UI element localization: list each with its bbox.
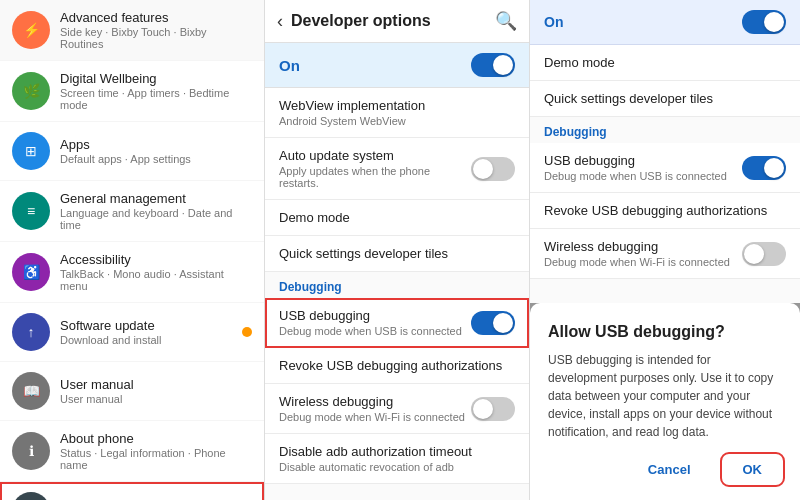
- wireless-debugging-subtitle: Debug mode when Wi-Fi is connected: [279, 411, 465, 423]
- quick-settings-p3-title: Quick settings developer tiles: [544, 91, 713, 106]
- p3-section-debugging-label-p3: Debugging: [530, 117, 800, 143]
- general-management-title: General management: [60, 191, 252, 206]
- digital-wellbeing-title: Digital Wellbeing: [60, 71, 252, 86]
- dev-item-quick-settings[interactable]: Quick settings developer tiles: [265, 236, 529, 272]
- demo-mode-title: Demo mode: [279, 210, 350, 225]
- about-phone-subtitle: Status · Legal information · Phone name: [60, 447, 252, 471]
- dialog-title: Allow USB debugging?: [548, 323, 782, 341]
- user-manual-icon: 📖: [12, 372, 50, 410]
- user-manual-title: User manual: [60, 377, 252, 392]
- dev-item-auto-update[interactable]: Auto update systemApply updates when the…: [265, 138, 529, 200]
- wireless-debugging-p3-toggle[interactable]: [742, 242, 786, 266]
- panel3: On Demo modeQuick settings developer til…: [530, 0, 800, 500]
- disable-adb-title: Disable adb authorization timeout: [279, 444, 472, 459]
- apps-icon: ⊞: [12, 132, 50, 170]
- back-button[interactable]: ‹: [277, 11, 283, 32]
- panel3-on-toggle[interactable]: [742, 10, 786, 34]
- user-manual-subtitle: User manual: [60, 393, 252, 405]
- advanced-features-title: Advanced features: [60, 10, 252, 25]
- auto-update-subtitle: Apply updates when the phone restarts.: [279, 165, 471, 189]
- webview-subtitle: Android System WebView: [279, 115, 425, 127]
- accessibility-icon: ♿: [12, 253, 50, 291]
- dialog-body: USB debugging is intended for developmen…: [548, 351, 782, 441]
- search-icon[interactable]: 🔍: [495, 10, 517, 32]
- sidebar-item-general-management[interactable]: ≡General managementLanguage and keyboard…: [0, 181, 264, 242]
- notification-badge: [242, 327, 252, 337]
- advanced-features-icon: ⚡: [12, 11, 50, 49]
- sidebar-item-software-update[interactable]: ↑Software updateDownload and install: [0, 303, 264, 362]
- dialog-ok-button[interactable]: OK: [723, 455, 783, 484]
- revoke-usb-title: Revoke USB debugging authorizations: [279, 358, 502, 373]
- section-debugging-label: Debugging: [265, 272, 529, 298]
- panel3-on-label: On: [544, 14, 563, 30]
- advanced-features-subtitle: Side key · Bixby Touch · Bixby Routines: [60, 26, 252, 50]
- software-update-icon: ↑: [12, 313, 50, 351]
- dev-item-demo-mode[interactable]: Demo mode: [265, 200, 529, 236]
- apps-subtitle: Default apps · App settings: [60, 153, 252, 165]
- disable-adb-subtitle: Disable automatic revocation of adb: [279, 461, 472, 473]
- usb-debugging-p3-toggle[interactable]: [742, 156, 786, 180]
- wireless-debugging-title: Wireless debugging: [279, 394, 465, 409]
- demo-mode-p3-title: Demo mode: [544, 55, 615, 70]
- p3-item-revoke-usb-p3[interactable]: Revoke USB debugging authorizations: [530, 193, 800, 229]
- sidebar-item-advanced-features[interactable]: ⚡Advanced featuresSide key · Bixby Touch…: [0, 0, 264, 61]
- dialog-cancel-button[interactable]: Cancel: [628, 455, 711, 484]
- usb-dialog: Allow USB debugging? USB debugging is in…: [530, 303, 800, 500]
- digital-wellbeing-subtitle: Screen time · App timers · Bedtime mode: [60, 87, 252, 111]
- sidebar-item-accessibility[interactable]: ♿AccessibilityTalkBack · Mono audio · As…: [0, 242, 264, 303]
- software-update-title: Software update: [60, 318, 238, 333]
- dev-item-usb-debugging[interactable]: USB debuggingDebug mode when USB is conn…: [265, 298, 529, 348]
- general-management-icon: ≡: [12, 192, 50, 230]
- revoke-usb-p3-title: Revoke USB debugging authorizations: [544, 203, 767, 218]
- developer-options-icon: { }: [12, 492, 50, 500]
- dev-item-wireless-debugging[interactable]: Wireless debuggingDebug mode when Wi-Fi …: [265, 384, 529, 434]
- digital-wellbeing-icon: 🌿: [12, 72, 50, 110]
- p3-item-usb-debugging-p3[interactable]: USB debuggingDebug mode when USB is conn…: [530, 143, 800, 193]
- general-management-subtitle: Language and keyboard · Date and time: [60, 207, 252, 231]
- panel3-header: On: [530, 0, 800, 45]
- software-update-subtitle: Download and install: [60, 334, 238, 346]
- webview-title: WebView implementation: [279, 98, 425, 113]
- sidebar-item-digital-wellbeing[interactable]: 🌿Digital WellbeingScreen time · App time…: [0, 61, 264, 122]
- usb-debugging-title: USB debugging: [279, 308, 462, 323]
- developer-options-panel: ‹ Developer options 🔍 OnWebView implemen…: [265, 0, 530, 500]
- usb-debugging-toggle[interactable]: [471, 311, 515, 335]
- p3-item-wireless-debugging-p3[interactable]: Wireless debuggingDebug mode when Wi-Fi …: [530, 229, 800, 279]
- dev-item-webview[interactable]: WebView implementationAndroid System Web…: [265, 88, 529, 138]
- dev-item-disable-adb[interactable]: Disable adb authorization timeoutDisable…: [265, 434, 529, 484]
- usb-debugging-p3-title: USB debugging: [544, 153, 727, 168]
- apps-title: Apps: [60, 137, 252, 152]
- accessibility-title: Accessibility: [60, 252, 252, 267]
- accessibility-subtitle: TalkBack · Mono audio · Assistant menu: [60, 268, 252, 292]
- panel2-content: OnWebView implementationAndroid System W…: [265, 43, 529, 484]
- panel2-header: ‹ Developer options 🔍: [265, 0, 529, 43]
- sidebar-item-about-phone[interactable]: ℹAbout phoneStatus · Legal information ·…: [0, 421, 264, 482]
- panel3-content: Demo modeQuick settings developer tilesD…: [530, 45, 800, 279]
- wireless-debugging-p3-title: Wireless debugging: [544, 239, 730, 254]
- auto-update-title: Auto update system: [279, 148, 471, 163]
- dev-item-revoke-usb[interactable]: Revoke USB debugging authorizations: [265, 348, 529, 384]
- about-phone-icon: ℹ: [12, 432, 50, 470]
- about-phone-title: About phone: [60, 431, 252, 446]
- quick-settings-title: Quick settings developer tiles: [279, 246, 448, 261]
- settings-menu: ⚡Advanced featuresSide key · Bixby Touch…: [0, 0, 265, 500]
- sidebar-item-apps[interactable]: ⊞AppsDefault apps · App settings: [0, 122, 264, 181]
- sidebar-item-developer-options[interactable]: { }Developer optionsDeveloper options: [0, 482, 264, 500]
- wireless-debugging-p3-subtitle: Debug mode when Wi-Fi is connected: [544, 256, 730, 268]
- on-label: On: [279, 57, 300, 74]
- dialog-overlay: Allow USB debugging? USB debugging is in…: [530, 303, 800, 500]
- p3-item-demo-mode-p3[interactable]: Demo mode: [530, 45, 800, 81]
- panel2-title: Developer options: [291, 12, 495, 30]
- developer-on-toggle[interactable]: [471, 53, 515, 77]
- p3-item-quick-settings-p3[interactable]: Quick settings developer tiles: [530, 81, 800, 117]
- wireless-debugging-toggle[interactable]: [471, 397, 515, 421]
- sidebar-item-user-manual[interactable]: 📖User manualUser manual: [0, 362, 264, 421]
- usb-debugging-subtitle: Debug mode when USB is connected: [279, 325, 462, 337]
- dialog-buttons: Cancel OK: [548, 455, 782, 484]
- usb-debugging-p3-subtitle: Debug mode when USB is connected: [544, 170, 727, 182]
- on-banner: On: [265, 43, 529, 88]
- auto-update-toggle[interactable]: [471, 157, 515, 181]
